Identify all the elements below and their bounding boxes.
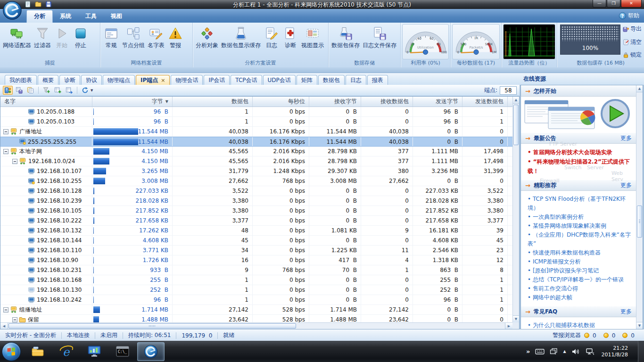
restore-button[interactable]: ❒	[607, 0, 620, 8]
table-row[interactable]: 192.168.10.130252 B10 bps0 B0252 B1	[0, 285, 512, 295]
table-row[interactable]: 192.168.10.24296 B10 bps0 B096 B1	[0, 295, 512, 305]
table-row[interactable]: 10.205.0.10396 B10 bps0 B096 B1	[0, 117, 512, 127]
view-tab-4[interactable]: 物理端点	[103, 75, 135, 85]
table-row[interactable]: 192.168.10.901.726 KB160 bps417 B41.318 …	[0, 255, 512, 265]
filter-button[interactable]: 过滤器	[33, 24, 52, 59]
refresh-button[interactable]	[80, 86, 90, 95]
table-row[interactable]: 192.168.10.1073.265 MB31,7791.248 Kbps29…	[0, 166, 512, 176]
view-tab-1[interactable]: 概要	[38, 75, 58, 85]
taskbar-clock[interactable]: 21:22 2011/8/28	[602, 345, 628, 358]
column-header-0[interactable]: 名字	[0, 97, 92, 107]
taskbar-capsa-button[interactable]	[137, 342, 165, 361]
column-header-6[interactable]: 发送字节	[413, 97, 462, 107]
taskbar-monitor-app-button[interactable]	[81, 342, 108, 361]
more-link[interactable]: 更多	[620, 134, 632, 142]
vertical-scrollbar[interactable]: ▲ ▼	[512, 97, 519, 322]
scroll-up-arrow[interactable]: ▲	[636, 85, 643, 92]
view-tab-5[interactable]: IP端点×	[136, 75, 170, 85]
window-switcher-icon[interactable]	[550, 348, 558, 355]
scroll-right-arrow[interactable]: ▶	[505, 323, 512, 329]
ribbon-tab-system[interactable]: 系统	[53, 10, 78, 23]
taskbar-cmd-button[interactable]: C:\_	[109, 342, 136, 361]
more-link[interactable]: 更多	[620, 308, 632, 316]
table-row[interactable]: 192.168.10.128227.033 KB3,5220 bps0 B022…	[0, 186, 512, 196]
table-export-button[interactable]	[64, 86, 74, 95]
table-row[interactable]: 192.168.10.222217.658 KB3,3770 bps0 B021…	[0, 216, 512, 226]
resource-link[interactable]: （企业应用）DHCP数据导入科来“名字表”	[528, 230, 632, 248]
start-button[interactable]	[2, 342, 21, 361]
analysis-object-button[interactable]: 分析对象	[194, 24, 220, 59]
view-tab-0[interactable]: 我的图表	[5, 75, 37, 85]
table-row[interactable]: 192.168.10.168255 B10 bps0 B0255 B1	[0, 275, 512, 285]
column-header-4[interactable]: 接收字节	[309, 97, 361, 107]
resource-link[interactable]: [原创]IP协议报头学习笔记	[528, 266, 632, 275]
log-button[interactable]: 日志	[262, 24, 281, 59]
filter-add-button[interactable]	[41, 86, 51, 95]
column-header-7[interactable]: 发送数据包	[462, 97, 508, 107]
diagnosis-button[interactable]: 诊断	[281, 24, 300, 59]
sidebar-scroll-thumb[interactable]	[637, 206, 642, 238]
horizontal-scroll-thumb[interactable]	[8, 323, 296, 329]
volume-icon[interactable]	[571, 348, 580, 355]
stop-button[interactable]: 停止	[71, 24, 90, 59]
more-link[interactable]: 更多	[620, 181, 632, 189]
column-header-1[interactable]: 字节▼	[92, 97, 173, 107]
resource-link[interactable]: 为什么只能捕获本机数据	[528, 321, 632, 329]
view-tab-9[interactable]: UDP会话	[263, 75, 296, 85]
view-tab-13[interactable]: 报表	[367, 75, 388, 85]
show-hidden-icons-arrow[interactable]: ▲	[563, 349, 566, 354]
minimize-button[interactable]: —	[593, 0, 606, 8]
show-desktop-button[interactable]	[638, 341, 644, 362]
tree-expander[interactable]	[3, 129, 8, 134]
tree-expander[interactable]	[3, 307, 8, 313]
table-row[interactable]: 192.168.10.1444.608 KB450 bps0 B04.608 K…	[0, 236, 512, 246]
locate-node-button[interactable]	[3, 86, 13, 95]
view-tab-8[interactable]: TCP会话	[231, 75, 262, 85]
table-row[interactable]: 192.168.10.13217.262 KB480 bps1.081 KB91…	[0, 226, 512, 236]
copy-table-button[interactable]	[25, 86, 35, 95]
taskbar-explorer-button[interactable]	[24, 342, 51, 361]
resource-link[interactable]: 售前工作交流心得	[528, 284, 632, 293]
resource-link[interactable]: 总结《TCP/IP详解卷一》的一个错误	[528, 275, 632, 284]
view-tab-2[interactable]: 诊断	[59, 75, 80, 85]
view-display-button[interactable]: 视图显示	[300, 24, 325, 59]
alarm-button[interactable]: 警报	[166, 24, 185, 59]
table-row[interactable]: 192.168.10.105217.852 KB3,3800 bps0 B021…	[0, 206, 512, 216]
view-tab-7[interactable]: IP会话	[204, 75, 230, 85]
table-row[interactable]: 本地子网4.150 MB45,5652.016 Kbps28.798 KB377…	[0, 147, 512, 156]
section-faq[interactable]: → 常见FAQ 更多	[521, 306, 636, 317]
taskbar-ie-button[interactable]: e	[52, 342, 80, 361]
vertical-scroll-thumb[interactable]	[513, 105, 519, 145]
refresh-dropdown-icon[interactable]: ▼	[91, 89, 93, 92]
section-how-to-start[interactable]: → 怎样开始	[521, 85, 636, 97]
general-button[interactable]: 常规	[102, 24, 121, 59]
tray-overflow-icon[interactable]: »	[526, 348, 530, 355]
resource-link[interactable]: 首届网络分析技术大会现场实录	[528, 148, 632, 157]
scroll-down-arrow[interactable]: ▼	[513, 315, 519, 322]
tab-close-icon[interactable]: ×	[161, 77, 165, 83]
scroll-left-arrow[interactable]: ◀	[0, 323, 8, 329]
scroll-up-arrow[interactable]: ▲	[513, 97, 519, 104]
keyboard-icon[interactable]	[535, 348, 545, 355]
column-header-3[interactable]: 每秒位	[253, 97, 309, 107]
export-buffer-button[interactable]: 导出	[623, 25, 642, 33]
how-to-start-image[interactable]	[521, 97, 636, 132]
tree-expander[interactable]	[3, 149, 8, 154]
table-row[interactable]: 192.168.10.1103.771 KB340 bps1.225 KB112…	[0, 246, 512, 255]
help-button[interactable]: ? 帮助	[619, 12, 639, 20]
node-group-button[interactable]: 节点分组	[121, 24, 146, 59]
table-row[interactable]: 广播地址11.544 MB40,03816.176 Kbps11.544 MB4…	[0, 127, 512, 137]
horizontal-scrollbar[interactable]: ◀ ▶	[0, 322, 512, 329]
table-row[interactable]: 192.168.10.0/244.150 MB45,5652.016 Kbps2…	[0, 156, 512, 166]
resource-link[interactable]: TCP SYN Flood分析（基于TFN2K环境）	[528, 195, 632, 213]
tree-expander[interactable]	[12, 317, 17, 322]
resource-link[interactable]: 某怪异网络故障现象解决案例	[528, 222, 632, 230]
resource-link[interactable]: ICMP差错报文分析	[528, 257, 632, 266]
table-row[interactable]: 192.168.10.2553.008 MB27,662768 bps3.008…	[0, 176, 512, 186]
view-tab-11[interactable]: 数据包	[318, 75, 345, 85]
tree-expander[interactable]	[12, 159, 17, 164]
section-announcements[interactable]: → 最新公告 更多	[521, 132, 636, 144]
table-row[interactable]: 192.168.10.231933 B9768 bps70 B1863 B8	[0, 265, 512, 275]
network-tray-icon[interactable]	[585, 348, 594, 355]
lock-buffer-button[interactable]: 锁定	[623, 51, 642, 59]
